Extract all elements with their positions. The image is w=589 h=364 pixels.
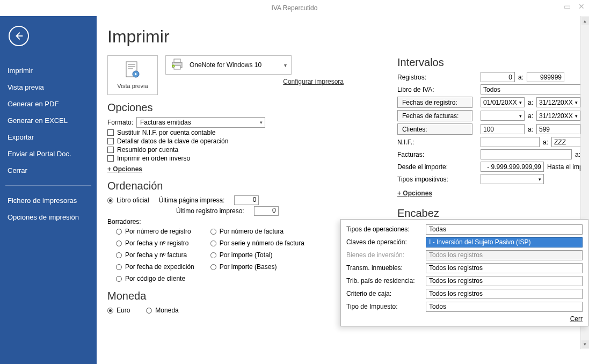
trib-pais-select[interactable]: Todos los registros — [426, 276, 583, 286]
clientes-to-input[interactable]: 599 — [536, 124, 580, 134]
clientes-from-input[interactable]: 100 — [481, 124, 525, 134]
tipos-operaciones-label: Tipos de operaciones: — [346, 225, 421, 233]
ultimo-registro-input[interactable]: 0 — [254, 206, 279, 216]
scroll-up-button[interactable]: ▴ — [581, 17, 589, 25]
sidebar-item-imprimir[interactable]: Imprimir — [0, 62, 97, 79]
fechas-registro-from-select[interactable]: 01/01/20XX▾ — [481, 97, 525, 107]
fechas-registro-button[interactable]: Fechas de registro: — [397, 97, 472, 108]
sidebar-item-exportar[interactable]: Exportar — [0, 129, 97, 145]
fechas-facturas-to-select[interactable]: 31/12/20XX▾ — [536, 111, 580, 121]
registros-to-input[interactable]: 999999 — [527, 72, 564, 82]
sidebar-item-fichero-impresoras[interactable]: Fichero de impresoras — [0, 192, 97, 209]
svg-rect-2 — [128, 66, 135, 67]
bienes-inversion-select: Todos los registros — [426, 250, 583, 260]
chk-resumido-cuenta-label: Resumido por cuenta — [117, 146, 178, 154]
libro-iva-select[interactable]: Todos▾ — [481, 84, 589, 94]
close-icon[interactable]: ✕ — [578, 2, 585, 11]
chk-detallar-clave-label: Detallar datos de la clave de operación — [117, 137, 228, 145]
registros-label: Registros: — [397, 74, 481, 81]
sidebar-item-vista-previa[interactable]: Vista previa — [0, 79, 97, 96]
radio-importe-total[interactable] — [210, 252, 216, 258]
printer-select[interactable]: OneNote for Windows 10 ▾ — [165, 55, 292, 75]
intervalos-more-link[interactable]: + Opciones — [397, 190, 432, 197]
radio-libro-oficial-label: Libro oficial — [117, 196, 149, 204]
fechas-facturas-from-select[interactable]: ▾ — [481, 111, 525, 121]
radio-fecha-expedicion-label: Por fecha de expedición — [125, 263, 194, 271]
fechas-registro-to-select[interactable]: 31/12/20XX▾ — [536, 97, 580, 107]
transm-inmuebles-select[interactable]: Todos los registros — [426, 263, 583, 273]
popup-cerrar-link[interactable]: Cerr — [346, 315, 583, 323]
radio-euro[interactable] — [107, 308, 113, 314]
chevron-down-icon: ▾ — [575, 113, 578, 119]
intervalos-panel: Intervalos Registros: 0 a: 999999 Libro … — [397, 56, 589, 243]
sidebar-item-generar-pdf[interactable]: Generar en PDF — [0, 96, 97, 112]
ultima-pagina-input[interactable]: 0 — [234, 195, 259, 205]
tipos-impositivos-label: Tipos impositivos: — [397, 176, 481, 183]
criterio-caja-label: Criterio de caja: — [346, 290, 421, 297]
a-label: a: — [518, 74, 523, 81]
radio-serie-factura[interactable] — [210, 241, 216, 246]
opciones-more-link[interactable]: + Opciones — [107, 165, 142, 173]
radio-codigo-cliente-label: Por código de cliente — [125, 275, 185, 282]
radio-importe-bases-label: Por importe (Bases) — [220, 263, 277, 271]
maximize-icon[interactable]: ▭ — [564, 2, 571, 11]
configurar-impresora-link[interactable]: Configurar impresora — [165, 78, 344, 85]
back-button[interactable] — [9, 26, 29, 46]
radio-euro-label: Euro — [117, 307, 130, 314]
radio-fecha-registro[interactable] — [116, 241, 122, 246]
vista-previa-button[interactable]: Vista previa — [107, 55, 158, 95]
radio-libro-oficial[interactable] — [107, 198, 113, 203]
tipos-operaciones-select[interactable]: Todas — [426, 224, 583, 235]
radio-num-factura[interactable] — [210, 229, 216, 235]
desde-importe-label: Desde el importe: — [397, 163, 481, 171]
claves-operacion-select[interactable]: I - Inversión del Sujeto Pasivo (ISP) — [426, 237, 583, 247]
criterio-caja-select[interactable]: Todos los registros — [426, 289, 583, 299]
window-controls: ▭ ✕ — [564, 2, 585, 11]
sidebar-separator — [5, 185, 91, 186]
chevron-down-icon: ▾ — [519, 100, 522, 105]
transm-inmuebles-label: Transm. inmuebles: — [346, 264, 421, 272]
intervalos-heading: Intervalos — [397, 56, 589, 69]
radio-fecha-factura[interactable] — [116, 252, 122, 258]
formato-select[interactable]: Facturas emitidas▾ — [136, 117, 265, 128]
title-bar: IVA Repercutido ▭ ✕ — [0, 0, 589, 16]
chevron-down-icon: ▾ — [519, 113, 522, 119]
encabezado-heading: Encabez — [397, 207, 589, 220]
desde-importe-input[interactable]: - 9.999.999.999,99 — [481, 162, 544, 172]
nif-from-input[interactable] — [481, 137, 540, 147]
chk-detallar-clave[interactable] — [107, 138, 114, 144]
bienes-inversion-label: Bienes de inversión: — [346, 251, 421, 259]
radio-fecha-expedicion[interactable] — [116, 264, 122, 270]
document-preview-icon — [125, 61, 140, 81]
registros-from-input[interactable]: 0 — [481, 72, 515, 82]
page-title: Imprimir — [107, 27, 578, 47]
chevron-down-icon: ▾ — [284, 62, 287, 68]
clientes-button[interactable]: Clientes: — [397, 123, 472, 135]
radio-codigo-cliente[interactable] — [116, 276, 122, 282]
tipo-impuesto-select[interactable]: Todos — [426, 302, 583, 312]
radio-moneda[interactable] — [146, 308, 152, 314]
chk-sustituir-nif-label: Sustituir N.I.F. por cuenta contable — [117, 129, 215, 136]
facturas-from-input[interactable] — [481, 149, 572, 159]
window-title: IVA Repercutido — [272, 4, 318, 12]
radio-num-registro[interactable] — [116, 229, 122, 235]
sidebar-item-cerrar[interactable]: Cerrar — [0, 162, 97, 179]
radio-importe-bases[interactable] — [210, 264, 216, 270]
svg-rect-3 — [128, 68, 133, 69]
opciones-popup: Tipos de operaciones:Todas Claves de ope… — [340, 219, 588, 326]
chevron-down-icon: ▾ — [539, 177, 541, 182]
sidebar-item-generar-excel[interactable]: Generar en EXCEL — [0, 112, 97, 129]
chevron-down-icon: ▾ — [260, 120, 263, 125]
chk-sustituir-nif[interactable] — [107, 129, 114, 136]
arrow-left-icon — [13, 30, 25, 42]
chk-resumido-cuenta[interactable] — [107, 147, 114, 153]
scroll-down-button[interactable]: ▾ — [581, 340, 589, 348]
radio-num-registro-label: Por número de registro — [125, 228, 191, 235]
sidebar: Imprimir Vista previa Generar en PDF Gen… — [0, 16, 97, 364]
chk-orden-inverso[interactable] — [107, 155, 114, 162]
tipos-impositivos-select[interactable]: ▾ — [481, 174, 544, 184]
radio-serie-factura-label: Por serie y número de factura — [220, 239, 304, 247]
sidebar-item-portal-doc[interactable]: Enviar al Portal Doc. — [0, 145, 97, 162]
fechas-facturas-button[interactable]: Fechas de facturas: — [397, 110, 472, 121]
sidebar-item-opciones-impresion[interactable]: Opciones de impresión — [0, 209, 97, 225]
